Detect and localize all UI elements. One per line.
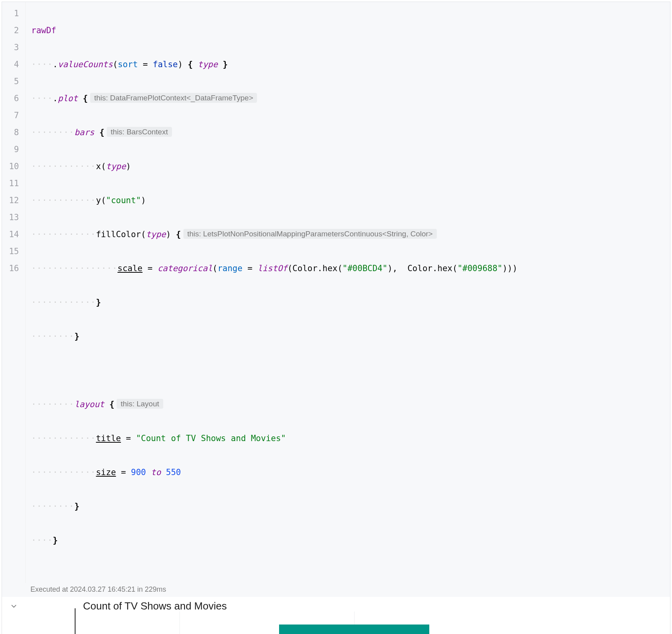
string-literal: "Count of TV Shows and Movies" xyxy=(136,434,286,443)
code-editor[interactable]: 12345678910111213141516 rawDf ····.value… xyxy=(2,2,670,583)
fn-y: y xyxy=(96,196,101,205)
number-literal: 900 xyxy=(131,468,146,477)
fn-hex: hex xyxy=(323,264,338,273)
named-arg: range xyxy=(217,264,242,273)
method-layout: layout xyxy=(74,400,104,409)
prop-scale: scale xyxy=(117,264,142,273)
string-literal: "#00BCD4" xyxy=(342,264,387,273)
keyword-false: false xyxy=(153,60,177,69)
chart-title: Count of TV Shows and Movies xyxy=(26,600,579,612)
number-literal: 550 xyxy=(166,468,181,477)
method-call: valueCounts xyxy=(58,60,113,69)
y-axis-label: count xyxy=(26,616,42,634)
identifier-type: type xyxy=(198,60,218,69)
method-plot: plot xyxy=(58,94,78,103)
prop-size: size xyxy=(96,468,116,477)
plot-area xyxy=(77,616,457,634)
type-hint: this: Layout xyxy=(117,399,163,409)
type-hint: this: DataFramePlotContext<_DataFrameTyp… xyxy=(90,93,257,103)
identifier: rawDf xyxy=(31,26,56,35)
fn-listof: listOf xyxy=(257,264,287,273)
chart: Count of TV Shows and Movies count 01,00… xyxy=(26,597,579,634)
chevron-down-icon xyxy=(10,602,17,609)
fn-x: x xyxy=(96,162,101,171)
fn-fillcolor: fillColor xyxy=(96,230,141,239)
keyword-to: to xyxy=(151,468,161,477)
string-literal: "#009688" xyxy=(457,264,502,273)
named-arg: sort xyxy=(118,60,138,69)
execution-status: Executed at 2024.03.27 16:45:21 in 229ms xyxy=(2,583,670,597)
legend: type TV ShowMovie xyxy=(508,616,579,634)
type-hint: this: BarsContext xyxy=(107,127,172,137)
type-hint: this: LetsPlotNonPositionalMappingParame… xyxy=(183,229,437,239)
output-collapse-toggle[interactable] xyxy=(2,597,26,634)
fn-hex: hex xyxy=(438,264,453,273)
identifier-type: type xyxy=(106,162,126,171)
identifier-type: type xyxy=(146,230,166,239)
cell-output: Count of TV Shows and Movies count 01,00… xyxy=(2,597,670,634)
line-gutter: 12345678910111213141516 xyxy=(2,2,26,583)
notebook-cell: 12345678910111213141516 rawDf ····.value… xyxy=(2,2,670,634)
class-color: Color xyxy=(408,264,432,273)
prop-title: title xyxy=(96,434,121,443)
method-bars: bars xyxy=(74,128,94,137)
y-axis-ticks: 01,0002,0003,0004,0005,000 xyxy=(42,616,77,634)
string-literal: "count" xyxy=(106,196,141,205)
gridline-vertical xyxy=(179,611,180,634)
fn-categorical: categorical xyxy=(157,264,212,273)
class-color: Color xyxy=(293,264,317,273)
bar-movie xyxy=(279,625,429,634)
code-content[interactable]: rawDf ····.valueCounts(sort = false) { t… xyxy=(26,2,670,583)
